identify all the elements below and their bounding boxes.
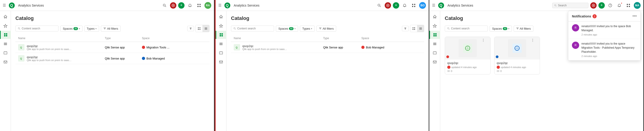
view-toggle-2 — [410, 25, 424, 32]
svg-text:Q: Q — [20, 46, 22, 49]
catalog-main-1: Catalog Spaces All ▾ Types ▾ — [11, 11, 214, 131]
sidebar-item-starred-3[interactable] — [431, 22, 439, 30]
apps-grid-icon-3[interactable] — [625, 2, 632, 9]
sidebar-item-learn-1[interactable] — [1, 49, 10, 57]
all-filters-btn-3[interactable]: All filters — [514, 25, 534, 32]
spaces-badge-3: All — [503, 27, 507, 30]
sidebar-item-collections-1[interactable] — [1, 40, 10, 48]
bell-icon-1[interactable] — [186, 2, 194, 9]
navbar-search-input-3[interactable] — [558, 4, 586, 7]
notif-item-3-2[interactable]: R renato///////// invited you to the spa… — [568, 39, 640, 60]
hamburger-icon-2[interactable]: ☰ — [218, 3, 222, 7]
search-box-1[interactable] — [16, 25, 58, 31]
sidebar-item-catalog-2[interactable] — [216, 31, 226, 39]
card-footer-3-2: qsop2qc updated 4 minutes ago 0 — [494, 59, 540, 74]
more-btn-1-2[interactable]: ••• — [194, 56, 200, 61]
search-icon-1[interactable] — [161, 2, 168, 9]
add-icon-2[interactable]: + — [393, 2, 399, 8]
sidebar-item-catalog-3[interactable] — [429, 31, 440, 39]
sidebar-item-starred-2[interactable] — [217, 22, 225, 30]
add-icon-1[interactable]: + — [178, 2, 184, 8]
user-avatar-2[interactable]: BO — [419, 2, 426, 9]
spaces-filter-2[interactable]: Spaces All ▾ — [276, 25, 298, 32]
table-container-2: Name Type Space — [231, 35, 424, 127]
star-btn-1-1[interactable]: ☆ — [190, 45, 193, 50]
sidebar-item-starred-1[interactable] — [1, 22, 10, 30]
spaces-filter-3[interactable]: Spaces All ▾ — [490, 25, 512, 32]
add-icon-3[interactable]: + — [598, 2, 605, 8]
table-row[interactable]: Q qsop2qc Qlik app to push from on prem … — [231, 42, 424, 53]
theme-icon-3[interactable] — [590, 2, 596, 8]
search-box-2[interactable] — [231, 25, 274, 31]
grid-card-3-2[interactable]: qsop2qc updated 4 minutes ago 0 — [494, 37, 540, 74]
sidebar-item-learn-3[interactable] — [431, 49, 439, 57]
sidebar-item-home-1[interactable] — [1, 13, 10, 21]
catalog-main-2: Catalog Spaces All ▾ Types ▾ — [226, 11, 429, 131]
sidebar-item-home-3[interactable] — [431, 13, 439, 21]
hamburger-icon-3[interactable]: ☰ — [432, 3, 435, 7]
sidebar-item-collections-2[interactable] — [217, 40, 225, 48]
sort-btn-1[interactable] — [187, 26, 194, 31]
sidebar-item-mail-1[interactable] — [1, 58, 10, 66]
search-icon-2[interactable] — [376, 2, 383, 9]
theme-icon-1[interactable] — [170, 2, 176, 8]
types-filter-1[interactable]: Types ▾ — [84, 25, 99, 32]
more-btn-2-1[interactable]: ••• — [408, 45, 414, 50]
help-icon-3[interactable]: ? — [606, 2, 614, 9]
apps-grid-icon-1[interactable] — [196, 2, 203, 9]
search-box-3[interactable] — [445, 25, 488, 31]
app-row-2-1: Q qsop2qc Qlik app to push from on prem … — [234, 44, 318, 50]
svg-rect-56 — [414, 27, 415, 28]
sidebar-item-catalog-1[interactable] — [0, 31, 11, 39]
panel-2: ☰ Q Analytics Services + BO — [215, 0, 429, 131]
svg-point-105 — [532, 40, 533, 40]
content-search-input-3[interactable] — [451, 27, 485, 30]
svg-text:?: ? — [610, 4, 611, 7]
space-name-1-1: Migration Tools ... — [146, 46, 170, 49]
spaces-filter-1[interactable]: Spaces All ▾ — [60, 25, 82, 32]
content-search-input-2[interactable] — [237, 27, 272, 30]
card-more-btn-3-1[interactable] — [482, 39, 485, 42]
view-toggle-1 — [196, 25, 210, 32]
list-view-btn-1[interactable] — [202, 25, 209, 32]
star-btn-1-2[interactable]: ☆ — [190, 56, 193, 61]
card-avatar-3-2 — [497, 66, 500, 69]
svg-rect-10 — [6, 33, 7, 35]
types-filter-2[interactable]: Types ▾ — [300, 25, 315, 32]
sidebar-item-mail-3[interactable] — [431, 58, 439, 66]
sidebar-item-mail-2[interactable] — [217, 58, 225, 66]
sort-btn-2[interactable] — [402, 26, 409, 31]
grid-card-3-1[interactable]: qsop2qc updated 4 minutes ago 0 — [445, 37, 490, 74]
all-filters-btn-2[interactable]: All filters — [316, 25, 336, 32]
sidebar-item-learn-2[interactable] — [217, 49, 225, 57]
sidebar-item-home-2[interactable] — [217, 13, 225, 21]
all-filters-btn-1[interactable]: All filters — [101, 25, 120, 32]
apps-grid-icon-2[interactable] — [410, 2, 417, 9]
svg-rect-79 — [433, 43, 436, 43]
more-btn-1-1[interactable]: ••• — [194, 45, 200, 50]
user-avatar-1[interactable]: RA — [204, 2, 211, 9]
bell-icon-2[interactable] — [401, 2, 408, 9]
app-type-1-2: Qlik Sense app — [105, 57, 125, 60]
col-actions-header-2 — [401, 35, 424, 42]
notif-more-btn-3[interactable]: ••• — [632, 14, 637, 18]
navbar-search-3[interactable] — [552, 3, 588, 8]
all-filters-label-3: All filters — [520, 27, 531, 30]
hamburger-icon-1[interactable]: ☰ — [3, 3, 6, 7]
list-view-btn-2[interactable] — [417, 25, 424, 32]
grid-view-btn-1[interactable] — [196, 25, 202, 32]
star-btn-2-1[interactable]: ☆ — [404, 45, 407, 50]
notif-time-3-2: 2 minutes ago — [582, 55, 637, 57]
space-dot-1-2 — [142, 57, 145, 60]
bell-icon-3[interactable] — [616, 2, 623, 9]
table-row[interactable]: Q qsop2qc Qlik app to push from on prem … — [16, 53, 210, 64]
sidebar-item-collections-3[interactable] — [431, 40, 439, 48]
notif-item-3-1[interactable]: R renato///////// invited you to the spa… — [568, 21, 640, 39]
content-search-input-1[interactable] — [22, 27, 56, 30]
theme-icon-2[interactable] — [385, 2, 391, 8]
card-space-dot-3-2 — [496, 55, 498, 58]
card-more-btn-3-2[interactable] — [531, 39, 534, 42]
user-avatar-3[interactable]: MA — [634, 2, 640, 9]
grid-view-btn-2[interactable] — [410, 25, 417, 32]
table-row[interactable]: Q qsop2qc Qlik app to push from on prem … — [16, 42, 210, 53]
